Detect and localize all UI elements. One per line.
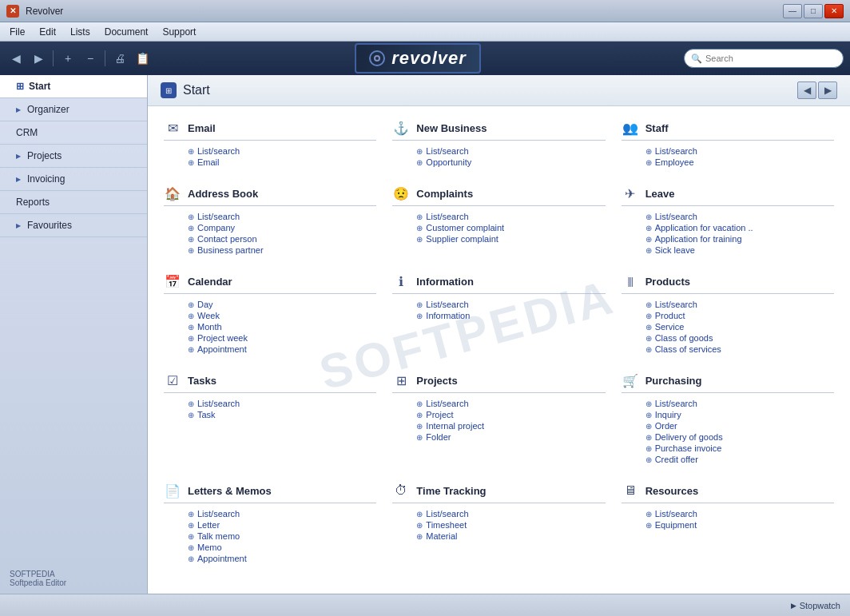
- calendar-project-week[interactable]: Project week: [188, 333, 376, 343]
- sidebar-item-reports-label: Reports: [16, 197, 50, 208]
- purchasing-order[interactable]: Order: [645, 421, 834, 431]
- menu-file[interactable]: File: [3, 25, 31, 39]
- address-book-business-partner[interactable]: Business partner: [188, 245, 376, 255]
- information-list-search[interactable]: List/search: [416, 300, 605, 309]
- search-icon: 🔍: [691, 54, 702, 64]
- time-tracking-material[interactable]: Material: [416, 531, 605, 541]
- list-item: Folder: [416, 431, 605, 443]
- category-time-tracking-title: Time Tracking: [416, 485, 486, 497]
- address-book-contact-person[interactable]: Contact person: [188, 234, 376, 244]
- resources-equipment[interactable]: Equipment: [645, 520, 834, 530]
- time-tracking-timesheet[interactable]: Timesheet: [416, 520, 605, 530]
- category-resources-items: List/search Equipment: [622, 508, 834, 531]
- products-list-search[interactable]: List/search: [645, 300, 834, 309]
- search-input[interactable]: [705, 54, 836, 63]
- sidebar-footer: SOFTPEDIA Softpedia Editor: [0, 563, 147, 594]
- list-item: Service: [645, 321, 834, 332]
- leave-application-vacation[interactable]: Application for vacation ..: [645, 223, 834, 232]
- sidebar-item-invoicing[interactable]: Invoicing: [0, 168, 147, 191]
- category-complaints-header: 😟 Complaints: [392, 185, 605, 206]
- category-calendar: 📅 Calendar Day Week Month Project week A…: [164, 272, 376, 359]
- list-item: Memo: [188, 542, 376, 553]
- letters-list-search[interactable]: List/search: [188, 509, 376, 519]
- close-button[interactable]: ✕: [824, 4, 844, 18]
- list-item: List/search: [416, 211, 605, 222]
- category-staff: 👥 Staff List/search Employee: [622, 119, 834, 172]
- sidebar-item-favourites[interactable]: Favourites: [0, 214, 147, 237]
- content-header: ⊞ Start ◀ ▶: [148, 75, 850, 106]
- staff-employee[interactable]: Employee: [645, 157, 834, 167]
- menu-support[interactable]: Support: [156, 25, 202, 39]
- address-book-list-search[interactable]: List/search: [188, 212, 376, 221]
- add-button[interactable]: +: [58, 49, 77, 68]
- products-class-services[interactable]: Class of services: [645, 344, 834, 354]
- tasks-task[interactable]: Task: [188, 410, 376, 419]
- calendar-month[interactable]: Month: [188, 322, 376, 332]
- tasks-list-search[interactable]: List/search: [188, 399, 376, 408]
- projects-internal-project[interactable]: Internal project: [416, 421, 605, 431]
- purchasing-invoice[interactable]: Purchase invoice: [645, 443, 834, 453]
- list-item: List/search: [416, 508, 605, 519]
- nav-next-button[interactable]: ▶: [818, 81, 837, 99]
- calendar-day[interactable]: Day: [188, 300, 376, 309]
- calendar-appointment[interactable]: Appointment: [188, 344, 376, 354]
- information-icon: ℹ: [392, 272, 410, 290]
- staff-list-search[interactable]: List/search: [645, 146, 834, 156]
- list-item: Business partner: [188, 244, 376, 256]
- menu-edit[interactable]: Edit: [33, 25, 62, 39]
- print-button[interactable]: 🖨: [110, 49, 129, 68]
- leave-sick-leave[interactable]: Sick leave: [645, 245, 834, 255]
- complaints-list-search[interactable]: List/search: [416, 212, 605, 221]
- email-list-search[interactable]: List/search: [188, 146, 376, 156]
- letters-letter[interactable]: Letter: [188, 520, 376, 530]
- leave-application-training[interactable]: Application for training: [645, 234, 834, 244]
- maximize-button[interactable]: □: [804, 4, 823, 18]
- minimize-button[interactable]: —: [783, 4, 802, 18]
- list-item: Talk memo: [188, 531, 376, 542]
- category-time-tracking: ⏱ Time Tracking List/search Timesheet Ma…: [392, 482, 605, 568]
- complaints-supplier[interactable]: Supplier complaint: [416, 234, 605, 244]
- forward-button[interactable]: ▶: [29, 49, 48, 68]
- projects-list-search[interactable]: List/search: [416, 399, 605, 408]
- remove-button[interactable]: −: [81, 49, 100, 68]
- menu-lists[interactable]: Lists: [64, 25, 97, 39]
- stopwatch-button[interactable]: Stopwatch: [791, 601, 840, 610]
- sidebar-item-organizer[interactable]: Organizer: [0, 98, 147, 121]
- purchasing-list-search[interactable]: List/search: [645, 399, 834, 408]
- products-product[interactable]: Product: [645, 311, 834, 320]
- purchasing-credit-offer[interactable]: Credit offer: [645, 455, 834, 464]
- purchasing-inquiry[interactable]: Inquiry: [645, 410, 834, 419]
- purchasing-delivery[interactable]: Delivery of goods: [645, 432, 834, 442]
- products-icon: |||: [622, 272, 639, 290]
- new-business-list-search[interactable]: List/search: [416, 146, 605, 156]
- menu-document[interactable]: Document: [98, 25, 155, 39]
- projects-project[interactable]: Project: [416, 410, 605, 419]
- nav-prev-button[interactable]: ◀: [797, 81, 816, 99]
- products-service[interactable]: Service: [645, 322, 834, 332]
- complaints-customer[interactable]: Customer complaint: [416, 223, 605, 232]
- toolbar-separator-2: [105, 50, 105, 66]
- information-info[interactable]: Information: [416, 311, 605, 320]
- staff-icon: 👥: [622, 119, 639, 137]
- resources-list-search[interactable]: List/search: [645, 509, 834, 519]
- letters-appointment[interactable]: Appointment: [188, 554, 376, 563]
- email-email[interactable]: Email: [188, 157, 376, 167]
- sidebar-item-projects[interactable]: Projects: [0, 145, 147, 168]
- new-business-opportunity[interactable]: Opportunity: [416, 157, 605, 167]
- address-book-company[interactable]: Company: [188, 223, 376, 232]
- sidebar-item-crm[interactable]: CRM: [0, 121, 147, 145]
- letters-talk-memo[interactable]: Talk memo: [188, 531, 376, 541]
- time-tracking-list-search[interactable]: List/search: [416, 509, 605, 519]
- leave-list-search[interactable]: List/search: [645, 212, 834, 221]
- search-box[interactable]: 🔍: [684, 49, 844, 68]
- calendar-week[interactable]: Week: [188, 311, 376, 320]
- back-button[interactable]: ◀: [6, 49, 26, 68]
- category-products-title: Products: [645, 276, 690, 288]
- products-class-goods[interactable]: Class of goods: [645, 333, 834, 343]
- sidebar-item-reports[interactable]: Reports: [0, 191, 147, 214]
- sidebar-item-start[interactable]: ⊞ Start: [0, 75, 147, 98]
- export-button[interactable]: 📋: [133, 49, 152, 68]
- tasks-icon: ☑: [164, 372, 181, 389]
- projects-folder[interactable]: Folder: [416, 432, 605, 442]
- letters-memo[interactable]: Memo: [188, 542, 376, 552]
